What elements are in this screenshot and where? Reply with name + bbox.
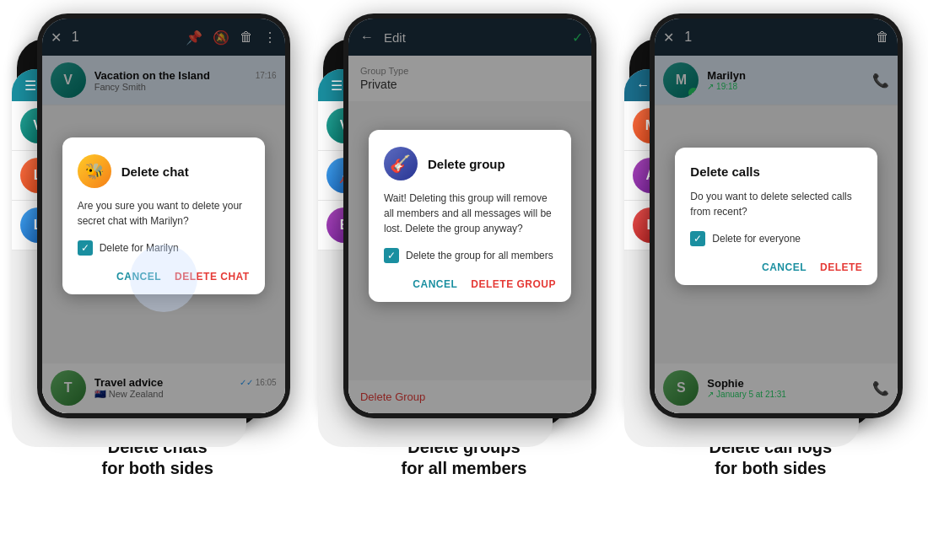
phone2-dialog-actions: CANCEL DELETE GROUP <box>384 278 556 290</box>
phones-row: ☰ Person you chat with 🔍 V Vacation on t… <box>0 0 928 427</box>
phone3-dialog-checkbox[interactable]: ✓ Delete for everyone <box>690 231 862 246</box>
phone3-overlay: Delete calls Do you want to delete selec… <box>655 19 898 413</box>
phone2-overlay: 🎸 Delete group Wait! Deleting this group… <box>348 19 591 413</box>
phone1-dialog-body: Are you sure you want to delete your sec… <box>78 198 250 229</box>
phone3-dialog-title: Delete calls <box>690 164 760 179</box>
phone1-stacked: ☰ Person you chat with 🔍 V Vacation on t… <box>27 13 289 427</box>
phone1-container: ☰ Person you chat with 🔍 V Vacation on t… <box>8 13 306 427</box>
phone1-dialog-title: Delete chat <box>121 164 189 179</box>
phone2-checkbox-box[interactable]: ✓ <box>384 248 399 263</box>
phone3-dialog-actions: CANCEL DELETE <box>690 261 862 273</box>
phone2-dialog-header: 🎸 Delete group <box>384 147 556 180</box>
phone3-container: ← The other side's call log ⋮ M Megan Vo… <box>622 13 920 427</box>
phone1-screen: ✕ 1 📌 🔕 🗑 ⋮ V <box>42 19 285 413</box>
phone2-container: ☰ Group member 🔍 V Vacation on the Islan… <box>315 13 612 427</box>
phone2-dialog-checkbox[interactable]: ✓ Delete the group for all members <box>384 248 556 263</box>
phone3-dialog: Delete calls Do you want to delete selec… <box>675 148 877 285</box>
phone3-checkbox-label: Delete for everyone <box>712 233 801 245</box>
phone2-delete-button[interactable]: DELETE GROUP <box>471 278 556 290</box>
phone1-overlay: 🐝 Delete chat Are you sure you want to d… <box>42 19 285 413</box>
phone3-delete-button[interactable]: DELETE <box>820 261 862 273</box>
phone3-shell: ✕ 1 🗑 M ✓ Marilyn <box>650 13 903 418</box>
phone3-cancel-button[interactable]: CANCEL <box>762 261 807 273</box>
phone3-dialog-header: Delete calls <box>690 164 862 179</box>
phone3-stacked: ← The other side's call log ⋮ M Megan Vo… <box>639 13 901 427</box>
phone2-dialog-body: Wait! Deleting this group will remove al… <box>384 191 556 236</box>
phone2-checkbox-label: Delete the group for all members <box>406 250 553 261</box>
phone2-stacked: ☰ Group member 🔍 V Vacation on the Islan… <box>333 13 595 427</box>
phone3-screen: ✕ 1 🗑 M ✓ Marilyn <box>655 19 898 413</box>
phone2-dialog-avatar: 🎸 <box>384 147 418 180</box>
phone2-dialog-title: Delete group <box>428 157 505 171</box>
phone2-screen: ← Edit ✓ Group Type Private <box>348 19 591 413</box>
phone1-dialog-avatar: 🐝 <box>78 154 111 188</box>
phone1-shell: ✕ 1 📌 🔕 🗑 ⋮ V <box>37 13 290 418</box>
phone1-checkbox-box[interactable]: ✓ <box>78 240 93 256</box>
phone2-shell: ← Edit ✓ Group Type Private <box>343 13 596 418</box>
phone1-ripple <box>130 245 197 312</box>
phone3-checkbox-box[interactable]: ✓ <box>690 231 705 246</box>
phone2-dialog: 🎸 Delete group Wait! Deleting this group… <box>369 130 571 302</box>
phone1-dialog-header: 🐝 Delete chat <box>78 154 250 188</box>
phone3-dialog-body: Do you want to delete selected calls fro… <box>690 189 862 219</box>
phone2-cancel-button[interactable]: CANCEL <box>413 278 457 290</box>
